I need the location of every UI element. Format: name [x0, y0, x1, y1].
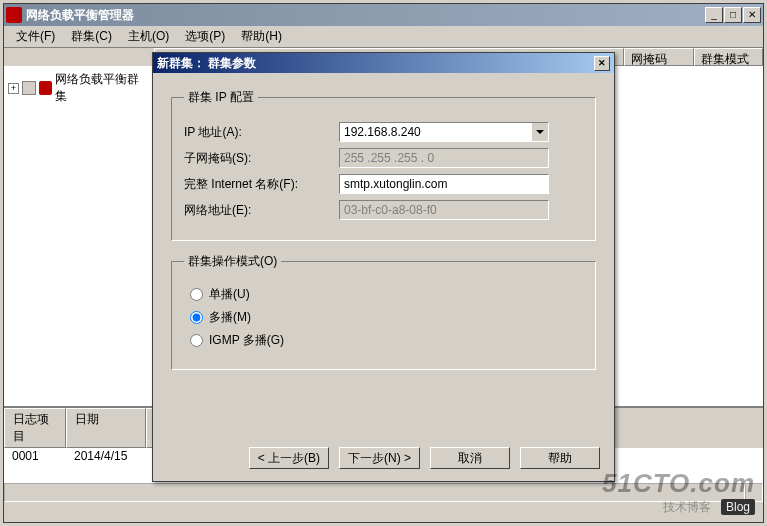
- menu-options[interactable]: 选项(P): [177, 26, 233, 47]
- log-col-date[interactable]: 日期: [66, 408, 146, 448]
- tree-pane: + 网络负载平衡群集: [4, 66, 154, 406]
- ip-address-select[interactable]: 192.168.8.240: [339, 122, 549, 142]
- tree-expand-icon[interactable]: +: [8, 83, 19, 94]
- label-igmp: IGMP 多播(G): [209, 332, 284, 349]
- label-mac: 网络地址(E):: [184, 202, 339, 219]
- menu-cluster[interactable]: 群集(C): [63, 26, 120, 47]
- statusbar-section: [4, 483, 745, 502]
- close-window-button[interactable]: ✕: [743, 7, 761, 23]
- log-cell-item: 0001: [4, 449, 66, 463]
- column-mode[interactable]: 群集模式: [694, 48, 763, 66]
- tree-root[interactable]: + 网络负载平衡群集: [8, 70, 149, 106]
- subnet-mask-input: [339, 148, 549, 168]
- radio-igmp[interactable]: [190, 334, 203, 347]
- group-ip-config: 群集 IP 配置 IP 地址(A): 192.168.8.240 子网掩码(S)…: [171, 89, 596, 241]
- minimize-button[interactable]: _: [705, 7, 723, 23]
- dialog-titlebar: 新群集： 群集参数 ✕: [153, 53, 614, 73]
- group-ip-legend: 群集 IP 配置: [184, 89, 258, 106]
- group-mode: 群集操作模式(O) 单播(U) 多播(M) IGMP 多播(G): [171, 253, 596, 370]
- main-titlebar: 网络负载平衡管理器 _ □ ✕: [4, 4, 763, 26]
- label-ip: IP 地址(A):: [184, 124, 339, 141]
- cluster-icon: [39, 81, 53, 95]
- dialog-body: 群集 IP 配置 IP 地址(A): 192.168.8.240 子网掩码(S)…: [153, 73, 614, 370]
- cancel-button[interactable]: 取消: [430, 447, 510, 469]
- column-mask[interactable]: 网掩码: [624, 48, 694, 66]
- radio-multicast[interactable]: [190, 311, 203, 324]
- window-controls: _ □ ✕: [705, 7, 761, 23]
- new-cluster-dialog: 新群集： 群集参数 ✕ 群集 IP 配置 IP 地址(A): 192.168.8…: [152, 52, 615, 482]
- group-mode-legend: 群集操作模式(O): [184, 253, 281, 270]
- maximize-button[interactable]: □: [724, 7, 742, 23]
- label-multicast: 多播(M): [209, 309, 251, 326]
- label-unicast: 单播(U): [209, 286, 250, 303]
- menubar: 文件(F) 群集(C) 主机(O) 选项(P) 帮助(H): [4, 26, 763, 48]
- resize-grip-icon[interactable]: [745, 483, 763, 502]
- dialog-close-button[interactable]: ✕: [594, 56, 610, 71]
- app-title: 网络负载平衡管理器: [26, 7, 705, 24]
- statusbar: [4, 482, 763, 502]
- dialog-buttons: < 上一步(B) 下一步(N) > 取消 帮助: [249, 447, 600, 469]
- radio-unicast[interactable]: [190, 288, 203, 301]
- label-fqdn: 完整 Internet 名称(F):: [184, 176, 339, 193]
- help-button[interactable]: 帮助: [520, 447, 600, 469]
- tree-root-label: 网络负载平衡群集: [55, 71, 149, 105]
- log-col-item[interactable]: 日志项目: [4, 408, 66, 448]
- next-button[interactable]: 下一步(N) >: [339, 447, 420, 469]
- mac-address-input: [339, 200, 549, 220]
- tree-root-icon: [22, 81, 36, 95]
- dialog-title: 新群集： 群集参数: [157, 55, 256, 72]
- menu-host[interactable]: 主机(O): [120, 26, 177, 47]
- menu-file[interactable]: 文件(F): [8, 26, 63, 47]
- log-cell-date: 2014/4/15: [66, 449, 146, 463]
- app-icon: [6, 7, 22, 23]
- label-mask: 子网掩码(S):: [184, 150, 339, 167]
- fqdn-input[interactable]: [339, 174, 549, 194]
- back-button[interactable]: < 上一步(B): [249, 447, 329, 469]
- menu-help[interactable]: 帮助(H): [233, 26, 290, 47]
